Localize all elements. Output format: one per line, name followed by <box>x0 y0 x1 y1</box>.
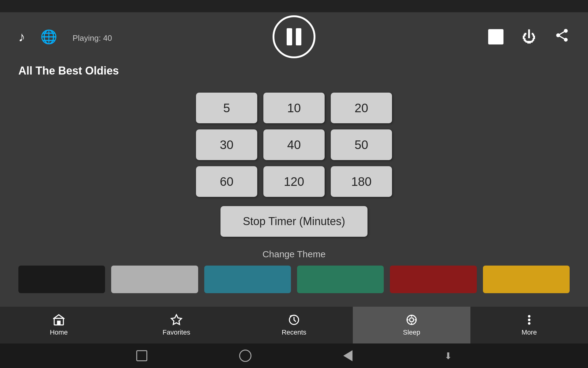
nav-favorites[interactable]: Favorites <box>118 307 235 343</box>
back-button[interactable] <box>343 350 352 361</box>
sleep-icon <box>405 314 418 326</box>
timer-btn-20[interactable]: 20 <box>331 93 392 123</box>
svg-point-4 <box>409 318 413 322</box>
theme-green[interactable] <box>297 266 384 293</box>
nav-more[interactable]: More <box>470 307 588 343</box>
android-nav-bar: ⬇ <box>0 343 588 368</box>
theme-teal[interactable] <box>204 266 291 293</box>
nav-recents[interactable]: Recents <box>235 307 353 343</box>
change-theme-label: Change Theme <box>262 249 326 259</box>
nav-sleep[interactable]: Sleep <box>353 307 470 343</box>
globe-icon[interactable]: 🌐 <box>40 29 57 45</box>
nav-more-label: More <box>522 328 537 336</box>
toolbar-left: ♪ 🌐 Playing: 40 <box>18 29 112 45</box>
power-button[interactable]: ⏻ <box>522 29 536 45</box>
share-icon <box>554 28 570 43</box>
nav-favorites-label: Favorites <box>163 328 190 336</box>
station-title: All The Best Oldies <box>0 61 588 86</box>
back-android-icon <box>343 350 352 361</box>
toolbar-center <box>273 15 315 58</box>
theme-gray[interactable] <box>111 266 198 293</box>
timer-btn-50[interactable]: 50 <box>331 129 392 160</box>
nav-recents-label: Recents <box>282 328 307 336</box>
home-android-icon <box>239 350 251 362</box>
pause-icon <box>287 28 301 45</box>
share-button[interactable] <box>554 28 570 46</box>
timer-btn-30[interactable]: 30 <box>196 129 257 160</box>
timer-btn-60[interactable]: 60 <box>196 166 257 197</box>
timer-btn-5[interactable]: 5 <box>196 93 257 123</box>
timer-btn-40[interactable]: 40 <box>263 129 325 160</box>
timer-btn-10[interactable]: 10 <box>263 93 325 123</box>
svg-point-11 <box>528 322 530 324</box>
status-bar <box>0 0 588 12</box>
svg-point-9 <box>528 315 530 317</box>
timer-btn-120[interactable]: 120 <box>263 166 325 197</box>
main-content: 5 10 20 30 40 50 60 120 180 Stop Timer (… <box>0 86 588 299</box>
nav-home-label: Home <box>50 328 68 336</box>
toolbar-right: ⏻ <box>488 28 570 46</box>
stop-button[interactable] <box>488 29 503 44</box>
notifications-button[interactable]: ⬇ <box>444 351 452 361</box>
home-button[interactable] <box>239 350 251 362</box>
svg-rect-1 <box>57 321 60 325</box>
stop-timer-button[interactable]: Stop Timer (Minutes) <box>221 206 368 237</box>
favorites-icon <box>170 314 183 326</box>
timer-grid: 5 10 20 30 40 50 60 120 180 <box>196 93 392 197</box>
notifications-icon: ⬇ <box>444 351 452 361</box>
home-icon <box>53 314 65 326</box>
recent-apps-button[interactable] <box>136 350 147 361</box>
pause-button[interactable] <box>273 15 315 58</box>
timer-btn-180[interactable]: 180 <box>331 166 392 197</box>
playing-text: Playing: 40 <box>73 33 112 43</box>
bottom-nav: Home Favorites Recents Sleep <box>0 307 588 343</box>
theme-black[interactable] <box>18 266 105 293</box>
toolbar: ♪ 🌐 Playing: 40 ⏻ <box>0 12 588 61</box>
theme-colors <box>0 266 588 293</box>
pause-bar-left <box>287 28 292 45</box>
pause-bar-right <box>296 28 301 45</box>
music-icon[interactable]: ♪ <box>18 29 25 44</box>
nav-home[interactable]: Home <box>0 307 118 343</box>
theme-red[interactable] <box>390 266 477 293</box>
more-icon <box>523 314 535 326</box>
theme-yellow[interactable] <box>483 266 570 293</box>
recent-apps-icon <box>136 350 147 361</box>
nav-sleep-label: Sleep <box>403 328 420 336</box>
recents-icon <box>288 314 300 326</box>
svg-point-10 <box>528 319 530 321</box>
